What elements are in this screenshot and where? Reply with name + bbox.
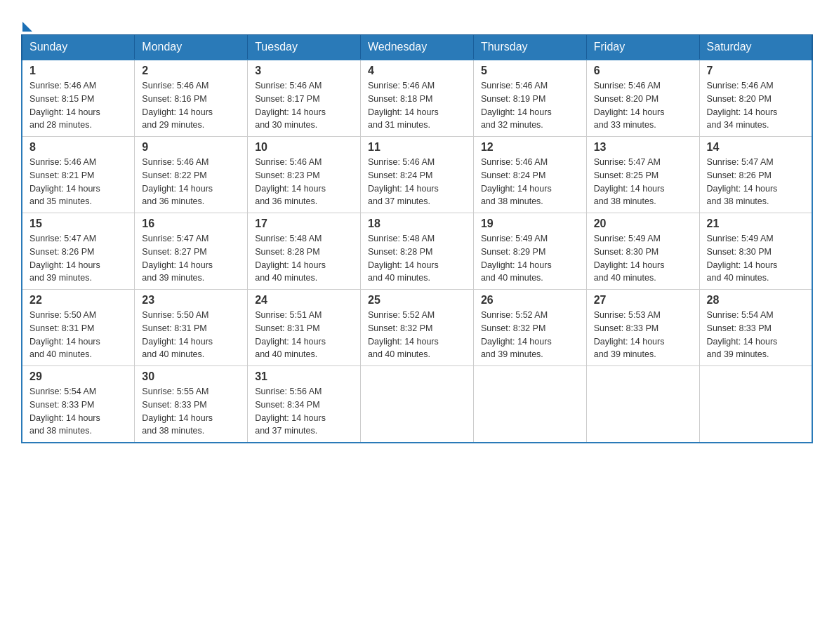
calendar-cell: 6 Sunrise: 5:46 AMSunset: 8:20 PMDayligh… (586, 60, 699, 137)
day-number: 15 (29, 217, 127, 230)
day-header-thursday: Thursday (473, 35, 586, 60)
week-row-1: 1 Sunrise: 5:46 AMSunset: 8:15 PMDayligh… (22, 60, 812, 137)
logo-arrow-icon (22, 22, 32, 32)
day-info: Sunrise: 5:54 AMSunset: 8:33 PMDaylight:… (29, 385, 127, 438)
calendar-cell: 19 Sunrise: 5:49 AMSunset: 8:29 PMDaylig… (473, 213, 586, 290)
page-header (21, 14, 813, 27)
day-number: 24 (255, 294, 353, 307)
week-row-3: 15 Sunrise: 5:47 AMSunset: 8:26 PMDaylig… (22, 213, 812, 290)
day-number: 4 (368, 65, 466, 77)
day-info: Sunrise: 5:46 AMSunset: 8:15 PMDaylight:… (29, 79, 127, 132)
calendar-cell: 27 Sunrise: 5:53 AMSunset: 8:33 PMDaylig… (586, 290, 699, 366)
day-number: 25 (368, 294, 466, 307)
day-info: Sunrise: 5:46 AMSunset: 8:23 PMDaylight:… (255, 156, 353, 208)
day-number: 11 (368, 141, 466, 154)
day-number: 18 (368, 217, 466, 230)
day-info: Sunrise: 5:49 AMSunset: 8:30 PMDaylight:… (707, 232, 805, 285)
week-row-5: 29 Sunrise: 5:54 AMSunset: 8:33 PMDaylig… (22, 366, 812, 443)
day-info: Sunrise: 5:47 AMSunset: 8:26 PMDaylight:… (707, 156, 805, 208)
day-info: Sunrise: 5:46 AMSunset: 8:24 PMDaylight:… (481, 156, 579, 208)
calendar-header: SundayMondayTuesdayWednesdayThursdayFrid… (22, 35, 812, 60)
calendar-cell: 16 Sunrise: 5:47 AMSunset: 8:27 PMDaylig… (135, 213, 248, 290)
calendar-cell: 21 Sunrise: 5:49 AMSunset: 8:30 PMDaylig… (699, 213, 812, 290)
logo (21, 14, 32, 27)
calendar-cell (361, 366, 474, 443)
day-info: Sunrise: 5:46 AMSunset: 8:16 PMDaylight:… (142, 79, 240, 132)
day-number: 13 (594, 141, 692, 154)
day-info: Sunrise: 5:46 AMSunset: 8:21 PMDaylight:… (29, 156, 127, 208)
calendar-cell: 25 Sunrise: 5:52 AMSunset: 8:32 PMDaylig… (361, 290, 474, 366)
calendar-cell: 30 Sunrise: 5:55 AMSunset: 8:33 PMDaylig… (135, 366, 248, 443)
day-number: 30 (142, 370, 240, 383)
day-info: Sunrise: 5:54 AMSunset: 8:33 PMDaylight:… (707, 309, 805, 361)
day-header-monday: Monday (135, 35, 248, 60)
calendar-body: 1 Sunrise: 5:46 AMSunset: 8:15 PMDayligh… (22, 60, 812, 443)
day-header-tuesday: Tuesday (248, 35, 361, 60)
day-info: Sunrise: 5:47 AMSunset: 8:25 PMDaylight:… (594, 156, 692, 208)
calendar-cell: 14 Sunrise: 5:47 AMSunset: 8:26 PMDaylig… (699, 137, 812, 213)
calendar-cell: 4 Sunrise: 5:46 AMSunset: 8:18 PMDayligh… (361, 60, 474, 137)
day-info: Sunrise: 5:49 AMSunset: 8:29 PMDaylight:… (481, 232, 579, 285)
day-number: 28 (707, 294, 805, 307)
day-number: 19 (481, 217, 579, 230)
day-info: Sunrise: 5:52 AMSunset: 8:32 PMDaylight:… (481, 309, 579, 361)
calendar-cell: 9 Sunrise: 5:46 AMSunset: 8:22 PMDayligh… (135, 137, 248, 213)
day-number: 21 (707, 217, 805, 230)
day-number: 2 (142, 65, 240, 77)
calendar-cell: 13 Sunrise: 5:47 AMSunset: 8:25 PMDaylig… (586, 137, 699, 213)
calendar-cell: 23 Sunrise: 5:50 AMSunset: 8:31 PMDaylig… (135, 290, 248, 366)
calendar-cell: 7 Sunrise: 5:46 AMSunset: 8:20 PMDayligh… (699, 60, 812, 137)
day-info: Sunrise: 5:55 AMSunset: 8:33 PMDaylight:… (142, 385, 240, 438)
calendar-table: SundayMondayTuesdayWednesdayThursdayFrid… (21, 34, 813, 443)
day-info: Sunrise: 5:56 AMSunset: 8:34 PMDaylight:… (255, 385, 353, 438)
day-number: 22 (29, 294, 127, 307)
week-row-2: 8 Sunrise: 5:46 AMSunset: 8:21 PMDayligh… (22, 137, 812, 213)
calendar-cell: 26 Sunrise: 5:52 AMSunset: 8:32 PMDaylig… (473, 290, 586, 366)
calendar-cell: 17 Sunrise: 5:48 AMSunset: 8:28 PMDaylig… (248, 213, 361, 290)
day-header-friday: Friday (586, 35, 699, 60)
day-number: 9 (142, 141, 240, 154)
day-number: 6 (594, 65, 692, 77)
day-info: Sunrise: 5:48 AMSunset: 8:28 PMDaylight:… (255, 232, 353, 285)
day-number: 12 (481, 141, 579, 154)
calendar-cell: 12 Sunrise: 5:46 AMSunset: 8:24 PMDaylig… (473, 137, 586, 213)
day-info: Sunrise: 5:46 AMSunset: 8:17 PMDaylight:… (255, 79, 353, 132)
day-info: Sunrise: 5:46 AMSunset: 8:20 PMDaylight:… (707, 79, 805, 132)
day-info: Sunrise: 5:52 AMSunset: 8:32 PMDaylight:… (368, 309, 466, 361)
calendar-cell: 3 Sunrise: 5:46 AMSunset: 8:17 PMDayligh… (248, 60, 361, 137)
day-info: Sunrise: 5:50 AMSunset: 8:31 PMDaylight:… (29, 309, 127, 361)
day-info: Sunrise: 5:49 AMSunset: 8:30 PMDaylight:… (594, 232, 692, 285)
day-info: Sunrise: 5:53 AMSunset: 8:33 PMDaylight:… (594, 309, 692, 361)
day-info: Sunrise: 5:46 AMSunset: 8:20 PMDaylight:… (594, 79, 692, 132)
day-number: 20 (594, 217, 692, 230)
day-number: 3 (255, 65, 353, 77)
calendar-cell (586, 366, 699, 443)
day-info: Sunrise: 5:46 AMSunset: 8:19 PMDaylight:… (481, 79, 579, 132)
day-info: Sunrise: 5:48 AMSunset: 8:28 PMDaylight:… (368, 232, 466, 285)
day-number: 23 (142, 294, 240, 307)
day-header-saturday: Saturday (699, 35, 812, 60)
calendar-cell: 10 Sunrise: 5:46 AMSunset: 8:23 PMDaylig… (248, 137, 361, 213)
calendar-cell: 2 Sunrise: 5:46 AMSunset: 8:16 PMDayligh… (135, 60, 248, 137)
calendar-cell (473, 366, 586, 443)
day-number: 1 (29, 65, 127, 77)
calendar-cell: 8 Sunrise: 5:46 AMSunset: 8:21 PMDayligh… (22, 137, 135, 213)
day-number: 27 (594, 294, 692, 307)
calendar-cell: 5 Sunrise: 5:46 AMSunset: 8:19 PMDayligh… (473, 60, 586, 137)
week-row-4: 22 Sunrise: 5:50 AMSunset: 8:31 PMDaylig… (22, 290, 812, 366)
day-number: 26 (481, 294, 579, 307)
calendar-cell: 29 Sunrise: 5:54 AMSunset: 8:33 PMDaylig… (22, 366, 135, 443)
day-info: Sunrise: 5:47 AMSunset: 8:26 PMDaylight:… (29, 232, 127, 285)
day-number: 14 (707, 141, 805, 154)
calendar-cell: 18 Sunrise: 5:48 AMSunset: 8:28 PMDaylig… (361, 213, 474, 290)
day-info: Sunrise: 5:51 AMSunset: 8:31 PMDaylight:… (255, 309, 353, 361)
day-number: 5 (481, 65, 579, 77)
calendar-cell (699, 366, 812, 443)
day-info: Sunrise: 5:46 AMSunset: 8:24 PMDaylight:… (368, 156, 466, 208)
day-info: Sunrise: 5:50 AMSunset: 8:31 PMDaylight:… (142, 309, 240, 361)
day-number: 29 (29, 370, 127, 383)
day-number: 10 (255, 141, 353, 154)
day-number: 8 (29, 141, 127, 154)
calendar-cell: 11 Sunrise: 5:46 AMSunset: 8:24 PMDaylig… (361, 137, 474, 213)
day-number: 17 (255, 217, 353, 230)
